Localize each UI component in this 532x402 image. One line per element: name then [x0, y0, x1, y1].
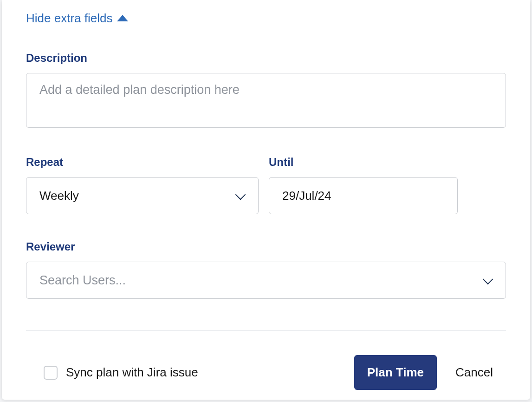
- toggle-label: Hide extra fields: [26, 11, 112, 26]
- reviewer-select[interactable]: Search Users...: [26, 262, 506, 299]
- reviewer-section: Reviewer Search Users...: [26, 240, 506, 299]
- until-column: Until: [269, 156, 458, 214]
- footer-divider: [26, 330, 506, 331]
- description-input[interactable]: [26, 73, 506, 128]
- sync-checkbox[interactable]: [44, 366, 58, 380]
- cancel-button[interactable]: Cancel: [442, 355, 506, 390]
- repeat-until-row: Repeat Weekly Until: [26, 156, 506, 214]
- sync-checkbox-group: Sync plan with Jira issue: [44, 365, 354, 380]
- footer: Sync plan with Jira issue Plan Time Canc…: [26, 355, 506, 390]
- until-input[interactable]: [269, 177, 458, 214]
- reviewer-label: Reviewer: [26, 240, 506, 253]
- reviewer-placeholder: Search Users...: [39, 273, 483, 288]
- description-label: Description: [26, 52, 506, 65]
- repeat-select[interactable]: Weekly: [26, 177, 259, 214]
- repeat-label: Repeat: [26, 156, 259, 169]
- plan-time-panel: Hide extra fields Description Repeat Wee…: [2, 0, 530, 400]
- until-label: Until: [269, 156, 458, 169]
- hide-extra-fields-toggle[interactable]: Hide extra fields: [26, 11, 128, 26]
- sync-label: Sync plan with Jira issue: [66, 365, 198, 380]
- chevron-down-icon: [236, 193, 245, 198]
- repeat-column: Repeat Weekly: [26, 156, 259, 214]
- plan-time-button[interactable]: Plan Time: [354, 355, 437, 390]
- repeat-value: Weekly: [39, 189, 236, 203]
- chevron-down-icon: [483, 277, 493, 283]
- chevron-up-icon: [117, 15, 128, 21]
